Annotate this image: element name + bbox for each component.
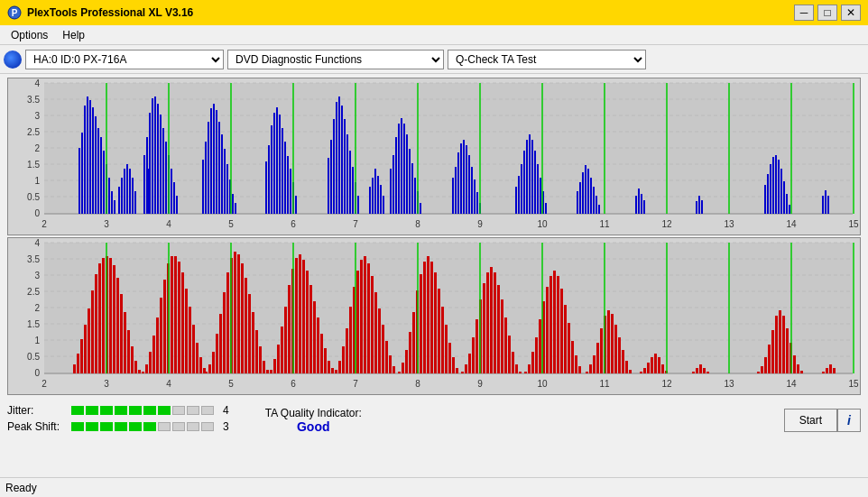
svg-text:0: 0 bbox=[34, 208, 40, 218]
svg-rect-145 bbox=[521, 164, 522, 214]
svg-rect-65 bbox=[121, 178, 123, 214]
svg-text:12: 12 bbox=[661, 219, 672, 229]
svg-rect-409 bbox=[786, 328, 789, 373]
svg-rect-107 bbox=[349, 151, 351, 214]
svg-rect-68 bbox=[129, 169, 131, 214]
svg-rect-58 bbox=[165, 142, 167, 214]
svg-rect-113 bbox=[392, 155, 394, 214]
svg-rect-380 bbox=[614, 325, 617, 373]
svg-rect-412 bbox=[797, 364, 799, 373]
svg-rect-36 bbox=[81, 133, 83, 214]
svg-text:8: 8 bbox=[415, 379, 420, 389]
svg-rect-232 bbox=[102, 258, 105, 373]
svg-rect-297 bbox=[324, 348, 327, 373]
svg-rect-260 bbox=[199, 357, 202, 373]
jitter-seg-3 bbox=[100, 406, 113, 415]
svg-rect-328 bbox=[430, 262, 433, 373]
svg-rect-284 bbox=[277, 345, 280, 373]
svg-rect-147 bbox=[526, 140, 528, 214]
svg-rect-347 bbox=[497, 285, 500, 373]
svg-rect-188 bbox=[827, 196, 829, 214]
svg-rect-291 bbox=[302, 260, 305, 373]
svg-text:0.5: 0.5 bbox=[27, 352, 40, 362]
svg-rect-363 bbox=[553, 271, 556, 373]
svg-text:3.5: 3.5 bbox=[27, 95, 40, 105]
minimize-button[interactable]: ─ bbox=[794, 5, 814, 21]
svg-rect-292 bbox=[306, 271, 309, 373]
svg-rect-66 bbox=[124, 169, 125, 214]
drive-select[interactable]: HA:0 ID:0 PX-716A bbox=[25, 50, 224, 69]
svg-rect-402 bbox=[761, 366, 763, 373]
menu-bar: Options Help bbox=[0, 25, 868, 45]
svg-rect-79 bbox=[221, 134, 223, 214]
svg-rect-156 bbox=[577, 191, 578, 214]
svg-rect-384 bbox=[629, 370, 632, 373]
svg-rect-99 bbox=[328, 158, 329, 214]
svg-rect-305 bbox=[349, 307, 352, 373]
svg-text:12: 12 bbox=[661, 379, 672, 389]
svg-rect-39 bbox=[89, 100, 91, 214]
title-bar: P PlexTools Professional XL V3.16 ─ □ ✕ bbox=[0, 0, 868, 25]
svg-rect-134 bbox=[460, 143, 462, 214]
function-select[interactable]: DVD Diagnostic Functions bbox=[227, 50, 444, 69]
status-bar: Ready bbox=[0, 477, 868, 497]
svg-rect-301 bbox=[335, 370, 337, 373]
info-button[interactable]: i bbox=[837, 409, 861, 432]
svg-rect-61 bbox=[173, 182, 175, 214]
close-button[interactable]: ✕ bbox=[841, 5, 861, 21]
svg-rect-149 bbox=[531, 140, 533, 214]
svg-text:0: 0 bbox=[34, 368, 40, 378]
ta-quality-label: TA Quality Indicator: bbox=[265, 407, 362, 419]
svg-rect-172 bbox=[698, 196, 700, 214]
svg-rect-397 bbox=[699, 364, 702, 373]
svg-rect-339 bbox=[468, 354, 471, 373]
svg-rect-152 bbox=[540, 178, 541, 214]
svg-rect-348 bbox=[501, 299, 503, 373]
svg-rect-253 bbox=[174, 256, 177, 373]
svg-rect-255 bbox=[181, 272, 184, 373]
svg-rect-128 bbox=[380, 185, 382, 214]
svg-rect-86 bbox=[265, 161, 267, 214]
svg-rect-56 bbox=[160, 115, 162, 214]
test-select[interactable]: Q-Check TA Test bbox=[448, 50, 646, 69]
svg-text:2.5: 2.5 bbox=[27, 287, 40, 297]
svg-rect-180 bbox=[778, 160, 780, 214]
status-text: Ready bbox=[5, 482, 37, 494]
menu-options[interactable]: Options bbox=[4, 27, 55, 43]
svg-rect-362 bbox=[549, 276, 552, 373]
svg-rect-295 bbox=[317, 318, 319, 373]
svg-rect-234 bbox=[109, 258, 112, 373]
svg-rect-237 bbox=[120, 294, 123, 373]
svg-rect-158 bbox=[582, 172, 584, 214]
svg-rect-312 bbox=[374, 292, 377, 373]
svg-rect-121 bbox=[414, 178, 416, 214]
svg-rect-370 bbox=[578, 366, 581, 373]
svg-rect-120 bbox=[411, 163, 413, 214]
svg-rect-269 bbox=[226, 272, 229, 373]
svg-text:3: 3 bbox=[34, 271, 40, 281]
svg-text:6: 6 bbox=[291, 219, 296, 229]
svg-rect-154 bbox=[545, 203, 547, 214]
svg-rect-236 bbox=[116, 278, 119, 373]
svg-rect-383 bbox=[625, 361, 628, 373]
svg-rect-173 bbox=[701, 200, 703, 214]
svg-rect-303 bbox=[342, 346, 345, 373]
svg-text:1: 1 bbox=[34, 176, 40, 186]
menu-help[interactable]: Help bbox=[55, 27, 92, 43]
svg-rect-311 bbox=[371, 276, 374, 373]
svg-rect-373 bbox=[589, 364, 592, 373]
svg-rect-171 bbox=[696, 201, 697, 214]
svg-rect-321 bbox=[405, 350, 408, 373]
svg-rect-401 bbox=[757, 372, 760, 373]
maximize-button[interactable]: □ bbox=[817, 5, 837, 21]
svg-rect-271 bbox=[234, 252, 236, 373]
svg-rect-55 bbox=[157, 104, 159, 214]
svg-rect-352 bbox=[515, 364, 518, 373]
svg-rect-140 bbox=[476, 192, 478, 214]
svg-rect-334 bbox=[452, 357, 455, 373]
svg-rect-258 bbox=[192, 325, 195, 373]
peakshift-seg-4 bbox=[115, 422, 127, 431]
svg-rect-364 bbox=[557, 276, 559, 373]
svg-rect-283 bbox=[273, 359, 276, 373]
start-button[interactable]: Start bbox=[784, 409, 837, 432]
